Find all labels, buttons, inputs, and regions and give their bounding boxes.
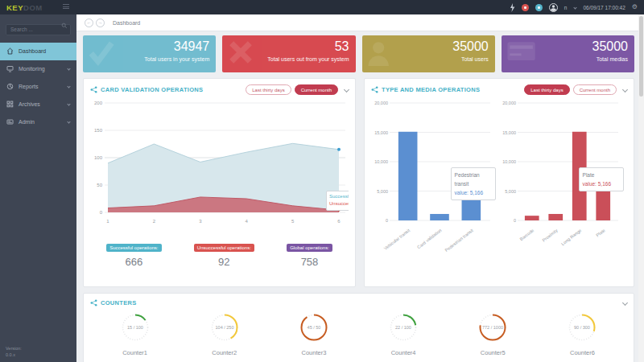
last-thirty-days-button[interactable]: Last thirty days (246, 84, 291, 95)
back-button[interactable]: ← (85, 19, 93, 27)
scrollbar-track[interactable] (638, 14, 644, 362)
collapse-chevron-icon[interactable] (344, 87, 349, 93)
user-chevron-icon[interactable] (574, 6, 577, 9)
sidebar-item-label: Archives (19, 101, 40, 107)
notifications-icon[interactable] (522, 4, 529, 11)
successful-operations-value: 666 (106, 256, 161, 268)
sidebar-item-reports[interactable]: Reports (0, 78, 76, 96)
chevron-down-icon (67, 67, 70, 70)
stat-label: Total users in your system (144, 56, 209, 62)
card-validation-panel: CARD VALIDATION OPERATIONS Last thirty d… (83, 78, 356, 287)
user-avatar[interactable] (549, 3, 558, 12)
sidebar-item-label: Admin (19, 119, 35, 125)
gauge: 45 / 50 (296, 310, 332, 345)
reports-icon (6, 83, 14, 90)
svg-text:5,000: 5,000 (377, 189, 388, 194)
svg-text:Plate: Plate (595, 228, 606, 237)
svg-text:20,000: 20,000 (374, 101, 388, 105)
tooltip-title: Plate (583, 171, 620, 179)
tooltip-unsuccessful: Unsuccessful (329, 200, 349, 208)
stat-card-total-users[interactable]: 35000 Total users (362, 35, 495, 72)
settings-gear-icon[interactable]: ⚙ (632, 4, 638, 10)
svg-text:Card validation: Card validation (416, 228, 443, 249)
current-month-button[interactable]: Current month (573, 84, 617, 95)
current-month-button[interactable]: Current month (295, 84, 338, 95)
sidebar-item-label: Dashboard (19, 48, 46, 54)
stat-label: Total medias (597, 56, 628, 62)
svg-text:Pedestrian transit: Pedestrian transit (444, 228, 475, 253)
media-chart-wrap: 05,00010,00015,00020,000BarcodeProximity… (499, 95, 627, 259)
gauge-value: 772 / 1000 (482, 325, 503, 330)
sidebar-item-dashboard[interactable]: Dashboard (0, 43, 76, 60)
area-chart[interactable]: 050100150200123456 (90, 95, 349, 230)
logo-dom: DOM (23, 3, 43, 12)
page-title: Dashboard (113, 20, 140, 26)
messages-icon[interactable] (535, 4, 543, 11)
tooltip-successful: Successful (329, 193, 349, 201)
panel-title: TYPE AND MEDIA OPERATIONS (382, 86, 480, 93)
counters-panel: COUNTERS 15 / 100 Counter1 104 / 250 Cou… (83, 293, 634, 362)
svg-text:0: 0 (386, 218, 388, 223)
area-chart-wrap: 050100150200123456 Successful Unsuccessf… (90, 95, 349, 233)
monitor-icon (6, 65, 14, 72)
svg-text:4: 4 (246, 219, 249, 224)
counter: 90 / 300 Counter6 (538, 310, 627, 356)
flash-icon[interactable] (510, 3, 515, 12)
user-icon (367, 39, 394, 66)
stat-card-users-out[interactable]: 53 Total users out from your system (222, 35, 355, 72)
unsuccessful-operations-badge: Unsuccessful operations: (194, 244, 254, 252)
svg-text:15,000: 15,000 (502, 130, 516, 135)
counter-label: Counter6 (538, 349, 627, 356)
svg-text:5,000: 5,000 (505, 189, 516, 194)
svg-text:150: 150 (94, 128, 103, 133)
media-tooltip-value: value: 5,166 (583, 179, 620, 188)
type-chart-wrap: 05,00010,00015,00020,000Vehicular transi… (371, 95, 499, 259)
gauge: 22 / 100 (386, 310, 421, 345)
stat-label: Total users out from your system (267, 56, 349, 62)
sidebar-item-archives[interactable]: Archives (0, 96, 76, 113)
stat-value: 35000 (452, 39, 489, 54)
menu-toggle-icon[interactable] (63, 4, 69, 10)
area-chart-tooltip: Successful Unsuccessful (326, 191, 349, 211)
archives-icon (6, 101, 14, 108)
successful-operations-badge: Successful operations: (106, 244, 161, 252)
username[interactable]: n (564, 5, 568, 10)
svg-text:Long Range: Long Range (560, 228, 582, 246)
topbar: KEYDOM n 06/09/17 17:00:42 ⚙ (0, 0, 644, 14)
sidebar-item-monitoring[interactable]: Monitoring (0, 60, 76, 78)
stat-card-total-medias[interactable]: 35000 Total medias (502, 35, 634, 72)
datetime: 06/09/17 17:00:42 (583, 5, 625, 10)
cross-icon (227, 39, 254, 66)
stat-value: 35000 (592, 39, 629, 54)
stat-value: 53 (335, 39, 349, 54)
svg-text:3: 3 (199, 219, 202, 224)
gauge-value: 15 / 100 (127, 325, 143, 330)
global-operations-value: 758 (287, 256, 332, 268)
sidebar-item-admin[interactable]: Admin (0, 113, 76, 131)
stat-card-users-in[interactable]: 34947 Total users in your system (83, 35, 216, 72)
sidebar-item-label: Monitoring (19, 66, 45, 72)
search-icon (61, 23, 68, 29)
collapse-chevron-icon[interactable] (622, 87, 628, 93)
type-media-panel: TYPE AND MEDIA OPERATIONS Last thirty da… (364, 78, 634, 287)
sidebar-item-label: Reports (19, 84, 39, 89)
counter-label: Counter1 (90, 349, 180, 356)
forward-button[interactable]: → (96, 19, 105, 27)
chevron-down-icon (67, 84, 70, 88)
sidebar: Dashboard Monitoring Reports Archives Ad… (0, 14, 76, 362)
gauge-value: 104 / 250 (215, 325, 233, 330)
share-icon (371, 86, 378, 93)
svg-text:2: 2 (153, 219, 156, 224)
collapse-chevron-icon[interactable] (622, 300, 628, 306)
global-operations-badge: Global operations: (287, 244, 332, 252)
counters-row: 15 / 100 Counter1 104 / 250 Counter2 45 … (90, 310, 627, 356)
last-thirty-days-button[interactable]: Last thirty days (524, 84, 569, 95)
counter: 22 / 100 Counter4 (359, 310, 448, 356)
svg-text:0: 0 (100, 210, 103, 215)
scrollbar-thumb[interactable] (639, 16, 643, 97)
svg-text:Vehicular transit: Vehicular transit (383, 228, 411, 251)
logo-key: KEY (6, 3, 23, 12)
gauge: 104 / 250 (207, 310, 242, 345)
svg-text:50: 50 (97, 183, 102, 187)
stat-value: 34947 (174, 39, 210, 54)
